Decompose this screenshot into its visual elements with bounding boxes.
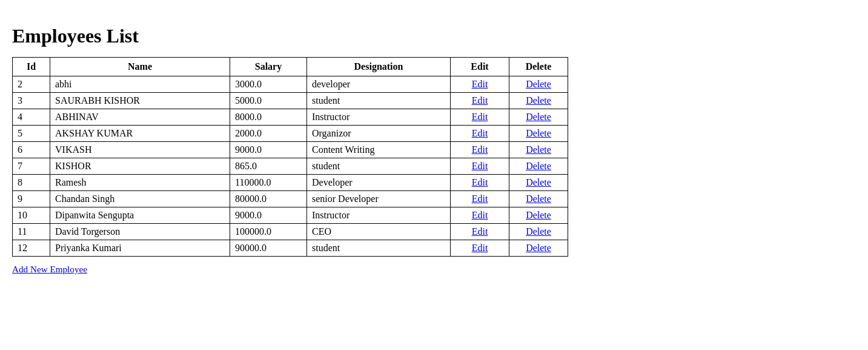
delete-link[interactable]: Delete	[526, 161, 551, 171]
cell-delete: Delete	[509, 207, 568, 224]
cell-delete: Delete	[509, 224, 568, 240]
cell-delete: Delete	[509, 240, 568, 257]
cell-designation: Organizor	[307, 126, 451, 142]
edit-link[interactable]: Edit	[472, 79, 488, 89]
delete-link[interactable]: Delete	[526, 226, 551, 237]
cell-delete: Delete	[509, 93, 568, 109]
cell-salary: 2000.0	[230, 126, 307, 142]
delete-link[interactable]: Delete	[526, 210, 551, 220]
table-row: 3SAURABH KISHOR5000.0studentEditDelete	[13, 93, 568, 109]
cell-id: 6	[13, 142, 50, 158]
cell-name: SAURABH KISHOR	[50, 93, 230, 109]
edit-link[interactable]: Edit	[472, 144, 488, 155]
table-row: 4ABHINAV8000.0InstructorEditDelete	[13, 109, 568, 126]
cell-name: VIKASH	[50, 142, 230, 158]
cell-designation: student	[307, 240, 451, 257]
table-row: 9Chandan Singh80000.0senior DeveloperEdi…	[13, 191, 568, 207]
cell-designation: Developer	[307, 175, 451, 191]
delete-link[interactable]: Delete	[526, 144, 551, 155]
cell-designation: developer	[307, 76, 451, 93]
cell-id: 4	[13, 109, 50, 126]
cell-salary: 865.0	[230, 158, 307, 175]
edit-link[interactable]: Edit	[472, 177, 488, 187]
delete-link[interactable]: Delete	[526, 243, 551, 253]
delete-link[interactable]: Delete	[526, 177, 551, 187]
cell-salary: 80000.0	[230, 191, 307, 207]
cell-edit: Edit	[451, 76, 509, 93]
table-row: 7KISHOR865.0studentEditDelete	[13, 158, 568, 175]
table-row: 10Dipanwita Sengupta9000.0InstructorEdit…	[13, 207, 568, 224]
cell-edit: Edit	[451, 224, 509, 240]
table-row: 5AKSHAY KUMAR2000.0OrganizorEditDelete	[13, 126, 568, 142]
cell-designation: Instructor	[307, 109, 451, 126]
cell-salary: 9000.0	[230, 142, 307, 158]
cell-salary: 5000.0	[230, 93, 307, 109]
cell-edit: Edit	[451, 142, 509, 158]
edit-link[interactable]: Edit	[472, 210, 488, 220]
cell-edit: Edit	[451, 175, 509, 191]
cell-salary: 100000.0	[230, 224, 307, 240]
cell-salary: 110000.0	[230, 175, 307, 191]
cell-edit: Edit	[451, 93, 509, 109]
cell-salary: 8000.0	[230, 109, 307, 126]
cell-edit: Edit	[451, 126, 509, 142]
cell-designation: student	[307, 158, 451, 175]
delete-link[interactable]: Delete	[526, 95, 551, 106]
cell-id: 9	[13, 191, 50, 207]
cell-salary: 9000.0	[230, 207, 307, 224]
delete-link[interactable]: Delete	[526, 112, 551, 122]
cell-name: AKSHAY KUMAR	[50, 126, 230, 142]
cell-delete: Delete	[509, 175, 568, 191]
edit-link[interactable]: Edit	[472, 243, 488, 253]
table-row: 6VIKASH9000.0Content WritingEditDelete	[13, 142, 568, 158]
delete-link[interactable]: Delete	[526, 194, 551, 204]
cell-designation: Instructor	[307, 207, 451, 224]
delete-link[interactable]: Delete	[526, 128, 551, 138]
cell-designation: CEO	[307, 224, 451, 240]
table-row: 2abhi3000.0developerEditDelete	[13, 76, 568, 93]
delete-link[interactable]: Delete	[526, 79, 551, 89]
cell-id: 3	[13, 93, 50, 109]
cell-name: Dipanwita Sengupta	[50, 207, 230, 224]
cell-name: Ramesh	[50, 175, 230, 191]
edit-link[interactable]: Edit	[472, 128, 488, 138]
cell-delete: Delete	[509, 126, 568, 142]
edit-link[interactable]: Edit	[472, 161, 488, 171]
add-new-employee-link[interactable]: Add New Employee	[12, 264, 856, 275]
table-row: 12Priyanka Kumari90000.0studentEditDelet…	[13, 240, 568, 257]
header-id: Id	[13, 58, 50, 76]
cell-delete: Delete	[509, 76, 568, 93]
page-title: Employees List	[12, 25, 856, 47]
cell-delete: Delete	[509, 191, 568, 207]
cell-designation: senior Developer	[307, 191, 451, 207]
cell-name: David Torgerson	[50, 224, 230, 240]
cell-delete: Delete	[509, 109, 568, 126]
cell-name: KISHOR	[50, 158, 230, 175]
cell-delete: Delete	[509, 142, 568, 158]
edit-link[interactable]: Edit	[472, 95, 488, 106]
header-edit: Edit	[451, 58, 509, 76]
cell-id: 10	[13, 207, 50, 224]
cell-name: Priyanka Kumari	[50, 240, 230, 257]
cell-delete: Delete	[509, 158, 568, 175]
cell-designation: Content Writing	[307, 142, 451, 158]
cell-id: 11	[13, 224, 50, 240]
cell-name: abhi	[50, 76, 230, 93]
header-designation: Designation	[307, 58, 451, 76]
edit-link[interactable]: Edit	[472, 112, 488, 122]
cell-edit: Edit	[451, 158, 509, 175]
edit-link[interactable]: Edit	[472, 194, 488, 204]
cell-id: 5	[13, 126, 50, 142]
cell-salary: 3000.0	[230, 76, 307, 93]
cell-name: Chandan Singh	[50, 191, 230, 207]
header-delete: Delete	[509, 58, 568, 76]
table-row: 11David Torgerson100000.0CEOEditDelete	[13, 224, 568, 240]
header-salary: Salary	[230, 58, 307, 76]
edit-link[interactable]: Edit	[472, 226, 488, 237]
header-name: Name	[50, 58, 230, 76]
cell-edit: Edit	[451, 207, 509, 224]
table-header-row: Id Name Salary Designation Edit Delete	[13, 58, 568, 76]
employees-table: Id Name Salary Designation Edit Delete 2…	[12, 57, 568, 257]
cell-edit: Edit	[451, 109, 509, 126]
cell-designation: student	[307, 93, 451, 109]
